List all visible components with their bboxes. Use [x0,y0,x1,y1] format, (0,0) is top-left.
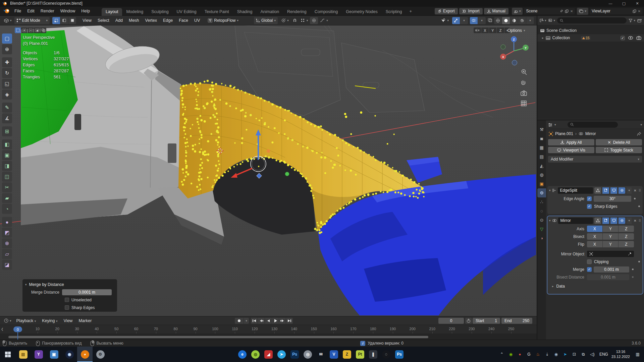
outliner-display-mode-button[interactable]: ▾ [548,19,555,22]
outliner-editor-type-button[interactable]: ▾ [539,18,546,22]
merge-checkbox[interactable]: ✓ [587,267,592,272]
tool-spin[interactable]: ◔ [2,204,12,214]
retopoflow-menu[interactable]: RetopoFlow ▾ [206,17,240,24]
region-expand-arrow[interactable]: ❮ [1,327,4,331]
workspace-tab-sculpting[interactable]: Sculpting [147,8,172,16]
settings-gear-icon[interactable]: ⚙ [96,350,105,359]
shading-rendered-button[interactable] [518,17,526,24]
workspace-tab-geometry-nodes[interactable]: Geometry Nodes [342,8,381,16]
breadcrumb-object[interactable]: Plane.001 [555,131,573,136]
add-modifier-dropdown[interactable]: Add Modifier ▾ [548,156,642,163]
file-explorer-icon[interactable]: ▤ [19,350,28,359]
face-select-mode-button[interactable] [68,17,76,24]
collapse-icon[interactable]: ▾ [25,283,27,286]
shading-dropdown[interactable]: ▾ [526,17,534,24]
properties-tab-material[interactable]: ◑ [537,234,546,243]
workspace-tab-shading[interactable]: Shading [233,8,257,16]
properties-tab-physics[interactable]: ◌ [537,206,546,216]
menu-render[interactable]: Render [38,7,57,16]
jump-to-start-button[interactable] [251,318,258,324]
properties-tab-world[interactable]: ◍ [537,170,546,179]
use-preview-range-button[interactable] [465,318,472,324]
show-in-viewport-toggle[interactable] [610,187,617,194]
keying-dropdown[interactable]: ▾ [244,318,249,324]
tool-shrink-fatten[interactable]: ⊗ [2,238,12,248]
mirror-object-field[interactable] [587,251,634,257]
collapse-icon[interactable]: ▾ [549,189,551,192]
properties-tab-particles[interactable]: ∴ [537,197,546,206]
import-button[interactable]: Import [459,8,483,14]
gizmos-dropdown[interactable]: ▾ [460,17,468,24]
properties-tab-scene[interactable]: ◭ [537,161,546,170]
tray-tray-expand-icon[interactable]: ⌃ [498,349,505,359]
tool-inset-faces[interactable]: ▣ [2,150,12,160]
frame-start-field[interactable]: Start1 [473,318,500,324]
animate-dot[interactable] [632,268,634,270]
viewlayer-name-field[interactable]: ViewLayer ✕ [590,8,643,14]
modifier-name-field[interactable]: Mirror [558,218,593,224]
outliner-filter-button[interactable]: ▾ [629,19,635,22]
editor-type-button[interactable]: ▾ [2,17,14,24]
view-menu[interactable]: View [61,318,76,323]
show-in-editmode-toggle[interactable] [602,218,609,224]
viewport-vis-button[interactable]: Viewport Vis [548,147,594,153]
viewport-menu-add[interactable]: Add [112,18,126,23]
viewport-menu-select[interactable]: Select [95,18,112,23]
disable-render-camera-icon[interactable] [636,36,641,40]
v-app-icon[interactable]: V [330,350,338,359]
breadcrumb-modifier[interactable]: Mirror [585,131,596,136]
collapse-icon[interactable]: ▾ [549,219,551,222]
manual-button[interactable]: Manual [484,8,508,14]
show-in-render-toggle[interactable] [619,187,625,194]
clipping-checkbox[interactable] [587,259,592,264]
select-mode-invert[interactable] [34,27,40,33]
properties-search-input[interactable] [568,122,618,128]
mode-selector[interactable]: Edit Mode ▾ [14,17,50,24]
export-button[interactable]: Export [435,8,458,14]
taskbar-app-yahoo-app[interactable]: Y [31,347,46,362]
properties-tab-render[interactable]: ◙ [537,134,546,143]
properties-tab-output[interactable]: ▦ [537,143,546,152]
select-mode-new[interactable] [15,27,21,33]
menu-edit[interactable]: Edit [24,7,38,16]
animate-dot[interactable] [638,261,640,262]
outliner-search-input[interactable] [557,17,627,23]
animate-dot[interactable] [634,198,636,199]
frame-end-field[interactable]: End250 [501,318,532,324]
proportional-editing-toggle[interactable] [310,17,318,24]
properties-tab-object-data[interactable]: ▽ [537,225,546,234]
vertex-select-mode-button[interactable] [52,17,60,24]
tool-knife[interactable]: ✂ [2,182,12,192]
tool-annotate[interactable]: ✎ [2,103,12,113]
viewport-menu-face[interactable]: Face [176,18,191,23]
mirror-axis-y[interactable]: Y [603,226,618,232]
merge-distance-field[interactable]: 0.0001 m [62,289,112,295]
keying-menu[interactable]: Keying ▾ [39,318,60,323]
properties-tab-constraints[interactable]: ⊙ [537,216,546,225]
remove-modifier-icon[interactable]: ✕ [633,219,637,223]
expand-arrow-icon[interactable]: ▸ [552,285,554,288]
properties-tab-object[interactable]: ▣ [537,179,546,188]
next-keyframe-button[interactable] [279,318,286,324]
show-on-cage-toggle[interactable] [594,187,601,194]
merge-threshold-field[interactable]: 0.001 m [594,266,629,273]
yahoo-app-icon[interactable]: Y [35,350,43,359]
tool-rotate[interactable]: ↻ [2,68,12,78]
hide-eye-icon[interactable] [628,36,633,40]
tool-options-menu[interactable]: Options▾ [507,28,525,33]
overlays-dropdown[interactable]: ▾ [478,17,486,24]
pin-icon[interactable] [560,9,563,13]
viewport-menu-edge[interactable]: Edge [160,18,176,23]
drag-handle-icon[interactable]: ⠿ [639,189,641,192]
menu-window[interactable]: Window [57,7,78,16]
animate-dot[interactable] [632,276,634,278]
playback-menu[interactable]: Playback ▾ [13,318,39,323]
show-in-editmode-toggle[interactable] [602,187,609,194]
timeline-scrollbar[interactable] [8,336,428,338]
viewport-menu-view[interactable]: View [79,18,95,23]
edge-angle-checkbox[interactable]: ✓ [587,196,592,201]
tool-measure[interactable]: ∡ [2,113,12,123]
taskbar-app-settings-gear[interactable]: ⚙ [93,347,108,362]
shading-solid-button[interactable] [502,17,510,24]
timeline-editor-type-button[interactable]: ▾ [2,317,13,324]
